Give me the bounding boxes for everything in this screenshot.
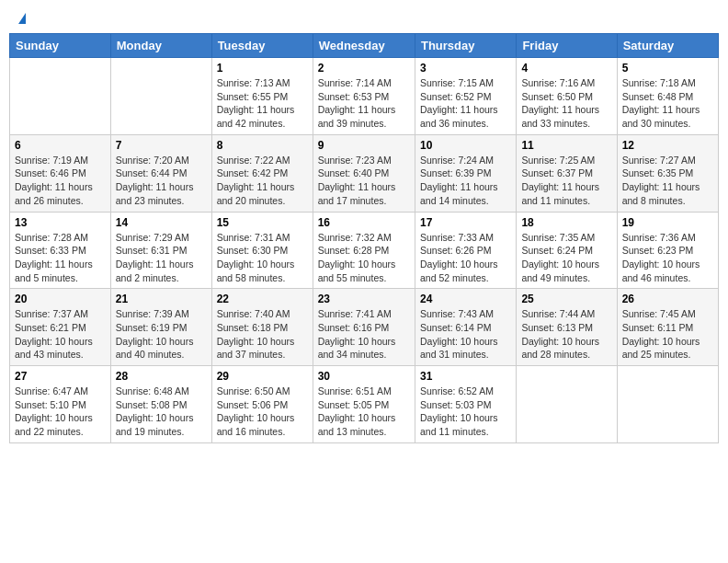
calendar-cell: 20Sunrise: 7:37 AMSunset: 6:21 PMDayligh…	[10, 289, 111, 366]
day-info: Sunrise: 7:24 AMSunset: 6:39 PMDaylight:…	[420, 154, 511, 208]
calendar-cell: 23Sunrise: 7:41 AMSunset: 6:16 PMDayligh…	[313, 289, 415, 366]
calendar-cell: 14Sunrise: 7:29 AMSunset: 6:31 PMDayligh…	[110, 212, 211, 289]
calendar-week-row: 6Sunrise: 7:19 AMSunset: 6:46 PMDaylight…	[10, 134, 719, 212]
calendar-cell: 15Sunrise: 7:31 AMSunset: 6:30 PMDayligh…	[211, 212, 313, 289]
day-info: Sunrise: 7:45 AMSunset: 6:11 PMDaylight:…	[622, 307, 713, 362]
day-info: Sunrise: 7:16 AMSunset: 6:50 PMDaylight:…	[521, 76, 611, 131]
day-info: Sunrise: 7:32 AMSunset: 6:28 PMDaylight:…	[318, 231, 410, 285]
day-info: Sunrise: 7:37 AMSunset: 6:21 PMDaylight:…	[15, 307, 106, 362]
day-number: 24	[420, 293, 511, 305]
day-info: Sunrise: 7:19 AMSunset: 6:46 PMDaylight:…	[15, 154, 106, 208]
calendar-cell: 3Sunrise: 7:15 AMSunset: 6:52 PMDaylight…	[415, 58, 516, 135]
calendar-cell: 9Sunrise: 7:23 AMSunset: 6:40 PMDaylight…	[313, 134, 415, 212]
calendar-cell: 21Sunrise: 7:39 AMSunset: 6:19 PMDayligh…	[110, 289, 211, 366]
day-info: Sunrise: 7:44 AMSunset: 6:13 PMDaylight:…	[521, 307, 611, 362]
calendar-cell: 28Sunrise: 6:48 AMSunset: 5:08 PMDayligh…	[110, 366, 211, 443]
calendar-cell: 27Sunrise: 6:47 AMSunset: 5:10 PMDayligh…	[10, 366, 111, 443]
calendar-cell: 7Sunrise: 7:20 AMSunset: 6:44 PMDaylight…	[110, 134, 211, 212]
day-number: 13	[15, 216, 106, 229]
day-number: 16	[318, 216, 410, 229]
day-number: 5	[622, 62, 713, 75]
calendar-cell: 6Sunrise: 7:19 AMSunset: 6:46 PMDaylight…	[10, 134, 111, 212]
calendar-cell: 18Sunrise: 7:35 AMSunset: 6:24 PMDayligh…	[517, 212, 617, 289]
day-info: Sunrise: 7:35 AMSunset: 6:24 PMDaylight:…	[521, 231, 611, 285]
calendar-cell: 16Sunrise: 7:32 AMSunset: 6:28 PMDayligh…	[313, 212, 415, 289]
day-info: Sunrise: 7:27 AMSunset: 6:35 PMDaylight:…	[622, 154, 713, 208]
day-number: 19	[622, 216, 713, 229]
logo-triangle-icon	[18, 13, 26, 24]
calendar-week-row: 13Sunrise: 7:28 AMSunset: 6:33 PMDayligh…	[10, 212, 719, 289]
day-info: Sunrise: 7:14 AMSunset: 6:53 PMDaylight:…	[318, 76, 410, 131]
calendar-cell: 26Sunrise: 7:45 AMSunset: 6:11 PMDayligh…	[617, 289, 718, 366]
day-number: 23	[318, 293, 410, 305]
calendar-cell: 24Sunrise: 7:43 AMSunset: 6:14 PMDayligh…	[415, 289, 516, 366]
day-number: 18	[521, 216, 611, 229]
calendar-cell: 17Sunrise: 7:33 AMSunset: 6:26 PMDayligh…	[415, 212, 516, 289]
day-number: 6	[15, 139, 106, 152]
calendar-week-row: 20Sunrise: 7:37 AMSunset: 6:21 PMDayligh…	[10, 289, 719, 366]
day-number: 3	[420, 62, 511, 75]
day-info: Sunrise: 7:29 AMSunset: 6:31 PMDaylight:…	[116, 231, 207, 285]
calendar-cell	[110, 58, 211, 135]
day-info: Sunrise: 7:43 AMSunset: 6:14 PMDaylight:…	[420, 307, 511, 362]
day-number: 7	[116, 139, 207, 152]
day-info: Sunrise: 7:40 AMSunset: 6:18 PMDaylight:…	[217, 307, 308, 362]
weekday-header-monday: Monday	[110, 34, 211, 58]
weekday-header-friday: Friday	[517, 34, 617, 58]
calendar-header-row: SundayMondayTuesdayWednesdayThursdayFrid…	[10, 34, 719, 58]
calendar-table: SundayMondayTuesdayWednesdayThursdayFrid…	[9, 33, 719, 443]
day-info: Sunrise: 7:18 AMSunset: 6:48 PMDaylight:…	[622, 76, 713, 131]
calendar-cell: 2Sunrise: 7:14 AMSunset: 6:53 PMDaylight…	[313, 58, 415, 135]
day-info: Sunrise: 7:15 AMSunset: 6:52 PMDaylight:…	[420, 76, 511, 131]
day-number: 27	[15, 370, 106, 383]
weekday-header-wednesday: Wednesday	[313, 34, 415, 58]
calendar-cell: 30Sunrise: 6:51 AMSunset: 5:05 PMDayligh…	[313, 366, 415, 443]
day-number: 30	[318, 370, 410, 383]
day-number: 25	[521, 293, 611, 305]
day-info: Sunrise: 6:47 AMSunset: 5:10 PMDaylight:…	[15, 385, 106, 439]
day-number: 28	[116, 370, 207, 383]
day-info: Sunrise: 7:28 AMSunset: 6:33 PMDaylight:…	[15, 231, 106, 285]
day-info: Sunrise: 7:31 AMSunset: 6:30 PMDaylight:…	[217, 231, 308, 285]
day-number: 17	[420, 216, 511, 229]
day-info: Sunrise: 7:39 AMSunset: 6:19 PMDaylight:…	[116, 307, 207, 362]
day-info: Sunrise: 7:33 AMSunset: 6:26 PMDaylight:…	[420, 231, 511, 285]
day-number: 14	[116, 216, 207, 229]
day-info: Sunrise: 6:50 AMSunset: 5:06 PMDaylight:…	[217, 385, 308, 439]
weekday-header-thursday: Thursday	[415, 34, 516, 58]
calendar-cell: 29Sunrise: 6:50 AMSunset: 5:06 PMDayligh…	[211, 366, 313, 443]
calendar-cell: 13Sunrise: 7:28 AMSunset: 6:33 PMDayligh…	[10, 212, 111, 289]
day-number: 29	[217, 370, 308, 383]
day-number: 2	[318, 62, 410, 75]
day-info: Sunrise: 7:41 AMSunset: 6:16 PMDaylight:…	[318, 307, 410, 362]
day-number: 20	[15, 293, 106, 305]
day-info: Sunrise: 7:13 AMSunset: 6:55 PMDaylight:…	[217, 76, 308, 131]
day-number: 11	[521, 139, 611, 152]
calendar-cell	[617, 366, 718, 443]
day-info: Sunrise: 7:25 AMSunset: 6:37 PMDaylight:…	[521, 154, 611, 208]
day-number: 22	[217, 293, 308, 305]
calendar-cell: 25Sunrise: 7:44 AMSunset: 6:13 PMDayligh…	[517, 289, 617, 366]
day-info: Sunrise: 6:52 AMSunset: 5:03 PMDaylight:…	[420, 385, 511, 439]
day-info: Sunrise: 6:48 AMSunset: 5:08 PMDaylight:…	[116, 385, 207, 439]
calendar-cell: 4Sunrise: 7:16 AMSunset: 6:50 PMDaylight…	[517, 58, 617, 135]
day-number: 4	[521, 62, 611, 75]
calendar-cell: 11Sunrise: 7:25 AMSunset: 6:37 PMDayligh…	[517, 134, 617, 212]
calendar-cell: 22Sunrise: 7:40 AMSunset: 6:18 PMDayligh…	[211, 289, 313, 366]
day-info: Sunrise: 7:22 AMSunset: 6:42 PMDaylight:…	[217, 154, 308, 208]
weekday-header-sunday: Sunday	[10, 34, 111, 58]
day-number: 8	[217, 139, 308, 152]
day-info: Sunrise: 6:51 AMSunset: 5:05 PMDaylight:…	[318, 385, 410, 439]
logo	[17, 13, 26, 24]
day-info: Sunrise: 7:20 AMSunset: 6:44 PMDaylight:…	[116, 154, 207, 208]
day-number: 15	[217, 216, 308, 229]
page-header	[9, 9, 719, 28]
day-number: 31	[420, 370, 511, 383]
calendar-cell	[517, 366, 617, 443]
calendar-cell: 10Sunrise: 7:24 AMSunset: 6:39 PMDayligh…	[415, 134, 516, 212]
calendar-week-row: 27Sunrise: 6:47 AMSunset: 5:10 PMDayligh…	[10, 366, 719, 443]
day-number: 1	[217, 62, 308, 75]
day-info: Sunrise: 7:36 AMSunset: 6:23 PMDaylight:…	[622, 231, 713, 285]
day-info: Sunrise: 7:23 AMSunset: 6:40 PMDaylight:…	[318, 154, 410, 208]
calendar-cell: 19Sunrise: 7:36 AMSunset: 6:23 PMDayligh…	[617, 212, 718, 289]
